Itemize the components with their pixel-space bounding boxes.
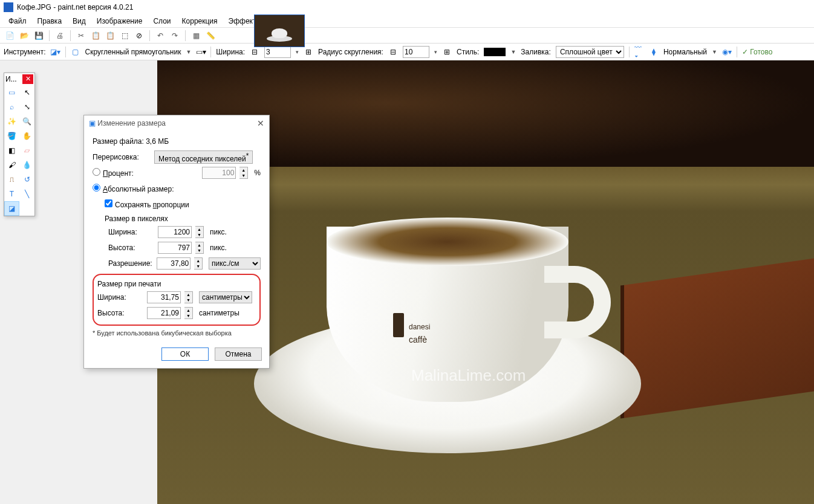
minus-icon[interactable]: ⊟ [250,47,259,57]
chevron-down-icon[interactable]: ▼ [186,49,191,55]
radius-input[interactable] [403,46,429,58]
eyedropper-tool-icon[interactable]: 💧 [19,158,34,172]
absolute-radio[interactable] [93,184,100,192]
move-tool-icon[interactable]: ↖ [19,85,34,100]
cut-icon[interactable]: ✂ [75,30,87,42]
copy-icon[interactable]: 📋 [90,30,102,42]
pixel-height-input[interactable] [158,242,192,254]
percent-radio-label[interactable]: Процент: [93,168,134,178]
print-width-input[interactable] [147,291,181,303]
pixel-width-input[interactable] [158,226,192,238]
style-swatch[interactable] [484,48,506,56]
redo-icon[interactable]: ↷ [169,30,181,42]
keep-ratio-label[interactable]: Сохранять пропорции [105,199,189,209]
rect-select-tool-icon[interactable]: ▭ [4,85,19,100]
fill-select[interactable]: Сплошной цвет [556,46,624,58]
close-icon[interactable]: ✕ [257,118,264,128]
logo-subtext: caffè [409,335,430,344]
zoom-tool-icon[interactable]: 🔍 [19,114,34,129]
shapes-tool-icon[interactable]: ◪ [4,201,19,216]
clone-tool-icon[interactable]: ⎍ [4,172,19,187]
tools-title-text: И... [5,75,17,83]
lasso-tool-icon[interactable]: ⌕ [4,100,19,114]
move-selection-tool-icon[interactable]: ⤡ [19,100,34,114]
paintbucket-tool-icon[interactable]: 🪣 [4,129,19,143]
brush-tool-icon[interactable]: 🖌 [4,158,19,172]
grid-icon[interactable]: ▦ [190,30,202,42]
dialog-titlebar[interactable]: ▣ Изменение размера ✕ [84,115,269,131]
menu-image[interactable]: Изображение [92,16,148,27]
text-tool-icon[interactable]: T [4,187,19,201]
alpha-icon[interactable]: ◉▾ [722,47,732,57]
print-width-unit-select[interactable]: сантиметры [199,291,252,303]
tools-titlebar[interactable]: И... ✕ [4,73,34,85]
antialias-icon[interactable]: 〰▾ [634,47,644,57]
line-tool-icon[interactable]: ╲ [19,187,34,201]
width-input[interactable] [264,46,291,58]
resolution-label: Разрешение: [108,259,153,268]
menu-file[interactable]: Файл [4,16,31,27]
pixel-height-spinner[interactable]: ▲▼ [195,242,204,254]
percent-radio[interactable] [93,168,100,176]
recolor-tool-icon[interactable]: ↺ [19,172,34,187]
chevron-down-icon[interactable]: ▾ [296,49,299,55]
percent-unit: % [254,169,261,177]
print-height-input[interactable] [147,307,181,319]
menu-adjust[interactable]: Коррекция [177,16,223,27]
paste-icon[interactable]: 📋 [104,30,116,42]
deselect-icon[interactable]: ⊘ [133,30,145,42]
empty-tool-slot [19,201,34,216]
dialog-buttons: ОК Отмена [84,343,269,368]
window-title: Кофе.JPG - paint.net версия 4.0.21 [17,3,133,11]
print-icon[interactable]: 🖨 [54,30,66,42]
resolution-spinner[interactable]: ▲▼ [194,257,203,270]
pan-tool-icon[interactable]: ✋ [19,129,34,143]
rounded-rect-icon[interactable]: ▢ [71,47,80,57]
shape-mode-icon[interactable]: ▭▾ [196,47,206,57]
cancel-button[interactable]: Отмена [215,347,262,361]
ready-status: Готово [742,48,772,56]
crop-icon[interactable]: ⬚ [119,30,131,42]
style-label: Стиль: [457,48,479,56]
print-width-spinner[interactable]: ▲▼ [184,291,193,303]
height-label: Высота: [108,244,154,252]
chevron-down-icon[interactable]: ▾ [434,49,437,55]
menu-view[interactable]: Вид [68,16,91,27]
tools-window[interactable]: И... ✕ ▭ ↖ ⌕ ⤡ ✨ 🔍 🪣 ✋ ◧ ▱ 🖌 💧 ⎍ ↺ T ╲ ◪ [4,73,35,216]
chevron-down-icon[interactable]: ▼ [712,49,717,55]
save-icon[interactable]: 💾 [33,30,45,42]
shape-label[interactable]: Скругленный прямоугольник [85,48,181,56]
blend-label[interactable]: Нормальный [663,48,707,56]
open-icon[interactable]: 📂 [18,30,30,42]
document-thumbnail[interactable] [254,15,305,47]
new-icon[interactable]: 📄 [4,30,16,42]
blend-icon[interactable]: ⧫ [649,47,659,57]
menu-edit[interactable]: Правка [33,16,67,27]
ok-button[interactable]: ОК [161,347,209,361]
gradient-tool-icon[interactable]: ◧ [4,143,19,158]
resample-combo[interactable]: Метод соседних пикселей* [154,150,253,164]
menu-layers[interactable]: Слои [148,16,175,27]
ruler-icon[interactable]: 📏 [204,30,217,42]
shape-tool-icon[interactable]: ◪▾ [51,47,60,57]
undo-icon[interactable]: ↶ [154,30,166,42]
chevron-down-icon[interactable]: ▼ [510,49,516,55]
print-height-unit: сантиметры [199,309,239,317]
resolution-unit-select[interactable]: пикс./см [209,257,261,270]
keep-ratio-checkbox[interactable] [105,199,112,207]
pixel-width-spinner[interactable]: ▲▼ [195,226,204,238]
close-icon[interactable]: ✕ [22,74,33,84]
image-logo: danesi caffè [393,313,430,344]
resolution-input[interactable] [157,257,190,270]
print-width-label: Ширина: [97,293,143,302]
magic-wand-tool-icon[interactable]: ✨ [4,114,19,129]
absolute-radio-label[interactable]: Абсолютный размер: [93,184,174,193]
print-height-spinner[interactable]: ▲▼ [184,307,193,319]
minus-icon[interactable]: ⊟ [388,47,398,57]
eraser-tool-icon[interactable]: ▱ [19,143,34,158]
pixel-size-section-label: Размер в пикселях [105,215,261,223]
plus-icon[interactable]: ⊞ [442,47,452,57]
plus-icon[interactable]: ⊞ [304,47,313,57]
separator [737,47,737,57]
resize-dialog[interactable]: ▣ Изменение размера ✕ Размер файла: 3,6 … [83,115,270,369]
